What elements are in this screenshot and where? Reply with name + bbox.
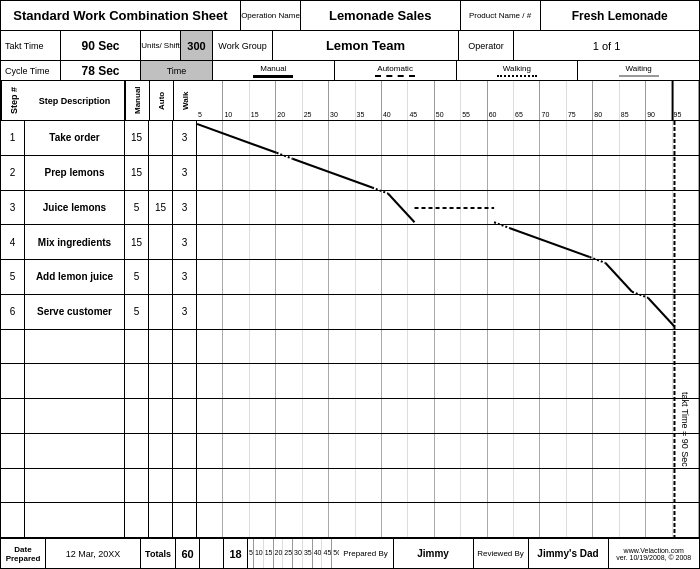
manual-value: 5 bbox=[125, 191, 149, 225]
step-number: 3 bbox=[1, 191, 25, 225]
table-row bbox=[1, 434, 699, 469]
time-label: Time bbox=[141, 61, 213, 80]
walk-value bbox=[173, 330, 197, 364]
velaction-info: www.Velaction.com ver. 10/19/2008, © 200… bbox=[609, 539, 700, 568]
row-grid bbox=[197, 156, 699, 190]
prepared-by-value: Jimmy bbox=[394, 539, 474, 568]
row-grid bbox=[197, 295, 699, 329]
time-scale-header: 5101520253035404550556065707580859095 bbox=[197, 81, 699, 120]
step-description bbox=[25, 503, 125, 537]
row-grid bbox=[197, 364, 699, 398]
step-number: 2 bbox=[1, 156, 25, 190]
step-number bbox=[1, 434, 25, 468]
auto-value bbox=[149, 225, 173, 259]
walk-value: 3 bbox=[173, 121, 197, 155]
auto-value bbox=[149, 503, 173, 537]
manual-value bbox=[125, 399, 149, 433]
manual-value bbox=[125, 330, 149, 364]
manual-value: 15 bbox=[125, 156, 149, 190]
step-description bbox=[25, 399, 125, 433]
step-number bbox=[1, 469, 25, 503]
footer-row: Date Prepared 12 Mar, 20XX Totals 60 18 … bbox=[1, 538, 699, 568]
auto-value bbox=[149, 399, 173, 433]
operation-name-label-cell: Operation Name bbox=[241, 1, 301, 30]
table-row bbox=[1, 469, 699, 504]
sheet: Standard Work Combination Sheet Operatio… bbox=[0, 0, 700, 569]
row-grid bbox=[197, 469, 699, 503]
step-number: 1 bbox=[1, 121, 25, 155]
manual-value bbox=[125, 503, 149, 537]
step-description: Mix ingredients bbox=[25, 225, 125, 259]
auto-value bbox=[149, 260, 173, 294]
manual-value: 15 bbox=[125, 121, 149, 155]
sheet-title: Standard Work Combination Sheet bbox=[1, 1, 241, 30]
step-number bbox=[1, 399, 25, 433]
date-prepared-label: Date Prepared bbox=[1, 539, 46, 568]
row-grid bbox=[197, 503, 699, 537]
step-number bbox=[1, 364, 25, 398]
row-grid bbox=[197, 121, 699, 155]
header-row2: Takt Time 90 Sec Units/ Shift 300 Work G… bbox=[1, 31, 699, 61]
legend-walking: Walking bbox=[457, 61, 579, 80]
row-grid bbox=[197, 191, 699, 225]
walk-value: 3 bbox=[173, 295, 197, 329]
legend-automatic: Automatic bbox=[335, 61, 457, 80]
cycle-time-label: Cycle Time bbox=[1, 61, 61, 80]
auto-value bbox=[149, 364, 173, 398]
auto-col-header: Auto bbox=[149, 81, 173, 120]
step-description bbox=[25, 469, 125, 503]
table-row: 4 Mix ingredients 15 3 bbox=[1, 225, 699, 260]
row-grid bbox=[197, 399, 699, 433]
auto-value bbox=[149, 469, 173, 503]
table-row: 3 Juice lemons 5 15 3 bbox=[1, 191, 699, 226]
totals-walk: 18 bbox=[224, 539, 248, 568]
product-name-label-cell: Product Name / # bbox=[461, 1, 541, 30]
work-group-label: Work Group bbox=[213, 31, 273, 60]
reviewed-by-value: Jimmy's Dad bbox=[529, 539, 609, 568]
product-name-label: Product Name / # bbox=[469, 11, 531, 20]
table-row: 1 Take order 15 3 bbox=[1, 121, 699, 156]
column-headers: Step # Step Description Manual Auto Walk… bbox=[1, 81, 699, 121]
step-description: Juice lemons bbox=[25, 191, 125, 225]
cycle-time-value: 78 Sec bbox=[61, 61, 141, 80]
table-row: 6 Serve customer 5 3 bbox=[1, 295, 699, 330]
step-description: Take order bbox=[25, 121, 125, 155]
prepared-by-label: Prepared By bbox=[339, 539, 394, 568]
legend-waiting-line bbox=[619, 75, 659, 78]
step-description: Prep lemons bbox=[25, 156, 125, 190]
manual-value: 5 bbox=[125, 295, 149, 329]
legend-automatic-line bbox=[375, 75, 415, 78]
step-number bbox=[1, 503, 25, 537]
takt-time-label: Takt Time bbox=[1, 31, 61, 60]
units-shift-label: Units/ Shift bbox=[141, 31, 181, 60]
header-row3: Cycle Time 78 Sec Time Manual Automatic … bbox=[1, 61, 699, 81]
auto-value bbox=[149, 121, 173, 155]
step-description bbox=[25, 434, 125, 468]
walk-value bbox=[173, 399, 197, 433]
operation-name-label: Operation Name bbox=[241, 11, 300, 20]
takt-time-value: 90 Sec bbox=[61, 31, 141, 60]
table-row: 5 Add lemon juice 5 3 bbox=[1, 260, 699, 295]
manual-value bbox=[125, 364, 149, 398]
auto-value bbox=[149, 434, 173, 468]
legend-walking-line bbox=[497, 75, 537, 78]
desc-col-header: Step Description bbox=[25, 81, 125, 120]
step-description: Serve customer bbox=[25, 295, 125, 329]
auto-value bbox=[149, 295, 173, 329]
walk-value bbox=[173, 503, 197, 537]
legend-manual-line bbox=[253, 75, 293, 78]
walk-col-header: Walk bbox=[173, 81, 197, 120]
legend-waiting: Waiting bbox=[578, 61, 699, 80]
product-name-value: Fresh Lemonade bbox=[541, 1, 700, 30]
operator-label: Operator bbox=[459, 31, 514, 60]
operator-value: 1 of 1 bbox=[514, 31, 699, 60]
reviewed-by-label: Reviewed By bbox=[474, 539, 529, 568]
step-col-header: Step # bbox=[1, 81, 25, 120]
walk-value: 3 bbox=[173, 156, 197, 190]
manual-value bbox=[125, 434, 149, 468]
header-row1: Standard Work Combination Sheet Operatio… bbox=[1, 1, 699, 31]
manual-value bbox=[125, 469, 149, 503]
totals-auto bbox=[200, 539, 224, 568]
operation-name-value: Lemonade Sales bbox=[301, 1, 461, 30]
units-shift-value: 300 bbox=[181, 31, 213, 60]
